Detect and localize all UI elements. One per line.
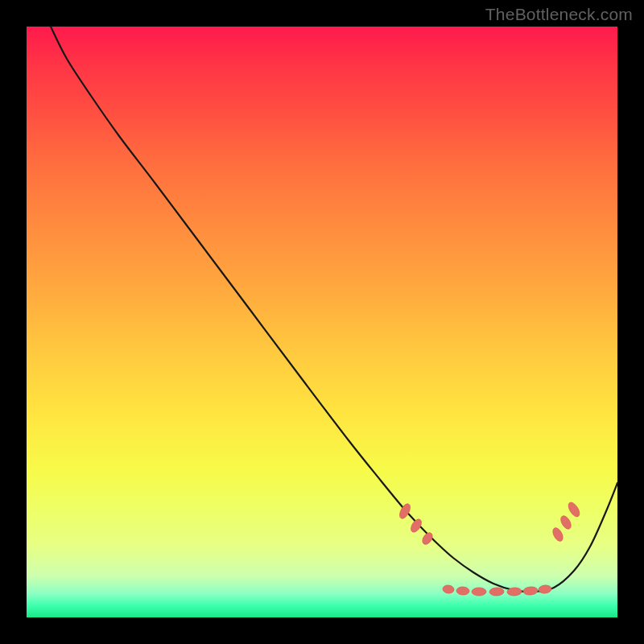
- data-dot: [443, 584, 455, 593]
- data-dot: [472, 588, 486, 596]
- data-dot: [523, 586, 539, 596]
- data-dot: [489, 588, 504, 597]
- chart-svg: [27, 27, 617, 617]
- plot-area: [27, 27, 617, 617]
- chart-frame: TheBottleneck.com: [0, 0, 644, 644]
- data-dot: [409, 518, 423, 535]
- watermark-text: TheBottleneck.com: [485, 5, 633, 24]
- data-dot: [456, 587, 469, 596]
- curve-line: [51, 27, 617, 592]
- data-dot: [551, 526, 564, 543]
- data-dot: [566, 501, 581, 518]
- data-dot: [539, 584, 552, 594]
- data-dot: [559, 514, 573, 531]
